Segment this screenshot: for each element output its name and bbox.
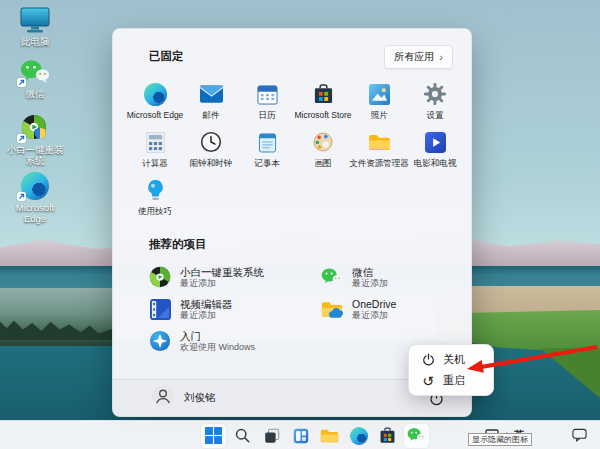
recommended-item-xiaobai[interactable]: 小白一键重装系统最近添加 <box>149 261 321 293</box>
shutdown-menu-item[interactable]: 关机 <box>409 349 493 370</box>
xiaobai-reinstall-icon <box>149 266 171 288</box>
folder-icon <box>320 428 339 444</box>
power-flyout-menu: 关机 ↺ 重启 <box>408 344 494 396</box>
widgets-button[interactable] <box>288 424 313 448</box>
taskbar-wechat-button[interactable] <box>404 424 429 448</box>
wechat-icon <box>407 427 426 444</box>
taskbar-file-explorer-button[interactable] <box>317 424 342 448</box>
edge-icon <box>20 172 50 200</box>
shutdown-label: 关机 <box>443 352 465 367</box>
pinned-app-calendar[interactable]: 日历 <box>239 79 295 127</box>
widgets-icon <box>292 427 310 445</box>
restart-menu-item[interactable]: ↺ 重启 <box>409 370 493 391</box>
shortcut-arrow-badge <box>17 192 26 201</box>
recommended-item-get-started[interactable]: 入门欢迎使用 Windows <box>149 325 321 357</box>
app-label: 照片 <box>371 110 388 122</box>
recommended-title: 入门 <box>180 330 255 342</box>
notepad-icon <box>255 130 279 154</box>
app-label: Microsoft Edge <box>127 110 184 120</box>
recommended-item-wechat[interactable]: 微信最近添加 <box>321 261 449 293</box>
edge-icon <box>350 427 368 445</box>
desktop: 此电脑 微信 小白一键重装系统 Microsoft Edge 已固定 所有应用 … <box>0 0 600 449</box>
shortcut-arrow-badge <box>17 134 26 143</box>
app-label: 电影和电视 <box>414 158 457 170</box>
recommended-subtitle: 最近添加 <box>352 278 388 289</box>
app-label: 邮件 <box>203 110 220 122</box>
desktop-icon-xiaobai[interactable]: 小白一键重装系统 <box>0 114 70 166</box>
tray-tooltip: 显示隐藏的图标 <box>468 433 532 446</box>
task-view-icon <box>263 427 281 445</box>
mail-icon <box>199 82 223 106</box>
recommended-subtitle: 最近添加 <box>180 310 233 321</box>
start-button[interactable] <box>201 424 226 448</box>
notification-center-button[interactable] <box>572 428 587 446</box>
this-pc-icon <box>20 6 50 34</box>
photos-icon <box>367 82 391 106</box>
edge-icon <box>143 82 167 106</box>
taskbar-edge-button[interactable] <box>346 424 371 448</box>
app-label: 画图 <box>315 158 332 170</box>
app-label: 设置 <box>427 110 444 122</box>
calculator-icon <box>143 130 167 154</box>
microsoft-store-icon <box>379 427 396 444</box>
recommended-subtitle: 最近添加 <box>352 310 396 321</box>
app-label: 使用技巧 <box>138 206 172 218</box>
recommended-section-header: 推荐的项目 <box>149 237 207 252</box>
taskbar-search-button[interactable] <box>230 424 255 448</box>
video-editor-icon <box>149 298 171 320</box>
pinned-app-tips[interactable]: 使用技巧 <box>127 175 183 223</box>
pinned-app-notepad[interactable]: 记事本 <box>239 127 295 175</box>
pinned-section-header: 已固定 <box>149 49 184 64</box>
recommended-title: OneDrive <box>352 298 396 310</box>
pinned-app-movies-tv[interactable]: 电影和电视 <box>407 127 463 175</box>
app-label: 闹钟和时钟 <box>190 158 233 170</box>
pinned-app-calculator[interactable]: 计算器 <box>127 127 183 175</box>
microsoft-store-icon <box>311 82 335 106</box>
recommended-subtitle: 最近添加 <box>180 278 264 289</box>
pinned-app-edge[interactable]: Microsoft Edge <box>127 79 183 127</box>
movies-tv-icon <box>423 130 447 154</box>
app-label: Microsoft Store <box>294 110 351 120</box>
desktop-icon-label: 此电脑 <box>21 36 50 47</box>
pinned-app-photos[interactable]: 照片 <box>351 79 407 127</box>
pinned-app-store[interactable]: Microsoft Store <box>295 79 351 127</box>
recommended-title: 小白一键重装系统 <box>180 266 264 278</box>
task-view-button[interactable] <box>259 424 284 448</box>
user-name: 刘俊铭 <box>184 391 216 405</box>
desktop-icon-wechat[interactable]: 微信 <box>0 58 70 99</box>
recommended-item-onedrive[interactable]: OneDrive最近添加 <box>321 293 449 325</box>
recommended-title: 视频编辑器 <box>180 298 233 310</box>
gear-icon <box>423 82 447 106</box>
pinned-app-mail[interactable]: 邮件 <box>183 79 239 127</box>
app-label: 计算器 <box>142 158 168 170</box>
chevron-right-icon: › <box>439 53 443 61</box>
app-label: 日历 <box>259 110 276 122</box>
paint-palette-icon <box>311 130 335 154</box>
all-apps-label: 所有应用 <box>394 50 434 64</box>
recommended-item-video-editor[interactable]: 视频编辑器最近添加 <box>149 293 321 325</box>
taskbar-store-button[interactable] <box>375 424 400 448</box>
onedrive-icon <box>321 298 343 320</box>
app-label: 文件资源管理器 <box>349 158 409 170</box>
all-apps-button[interactable]: 所有应用 › <box>384 45 453 69</box>
calendar-icon <box>255 82 279 106</box>
user-profile-button[interactable]: 刘俊铭 <box>151 384 216 412</box>
clock-icon <box>199 130 223 154</box>
desktop-icon-this-pc[interactable]: 此电脑 <box>0 6 70 47</box>
windows-logo-icon <box>205 427 222 444</box>
desktop-icon-edge[interactable]: Microsoft Edge <box>0 172 70 224</box>
xiaobai-reinstall-icon <box>20 114 50 142</box>
lightbulb-icon <box>143 178 167 202</box>
get-started-icon <box>149 330 171 352</box>
wechat-icon <box>20 58 50 86</box>
recommended-subtitle: 欢迎使用 Windows <box>180 342 255 353</box>
app-label: 记事本 <box>254 158 280 170</box>
pinned-app-paint[interactable]: 画图 <box>295 127 351 175</box>
pinned-app-file-explorer[interactable]: 文件资源管理器 <box>351 127 407 175</box>
pinned-app-settings[interactable]: 设置 <box>407 79 463 127</box>
desktop-icon-label: Microsoft Edge <box>6 202 64 224</box>
folder-icon <box>367 130 391 154</box>
desktop-icon-label: 小白一键重装系统 <box>4 144 66 166</box>
restart-icon: ↺ <box>421 375 435 387</box>
pinned-app-clock[interactable]: 闹钟和时钟 <box>183 127 239 175</box>
